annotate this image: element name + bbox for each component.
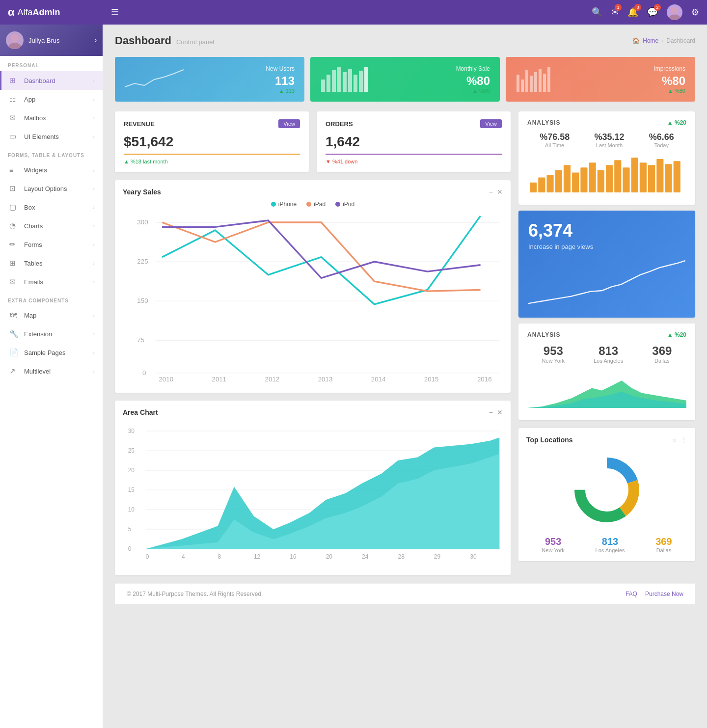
chevron-right-icon: › (93, 260, 95, 266)
area-minimize-button[interactable]: − (489, 408, 493, 416)
sidebar-item-multilevel[interactable]: ↗ Multilevel › (0, 362, 103, 380)
chevron-right-icon: › (93, 186, 95, 191)
sidebar-item-label: Extension (24, 330, 93, 338)
topnav-icons: 🔍 ✉ 1 🔔 3 💬 2 ⚙ (592, 4, 699, 20)
yearly-close-button[interactable]: ✕ (497, 188, 503, 196)
svg-rect-10 (354, 75, 357, 92)
revenue-view-button[interactable]: View (278, 119, 300, 128)
svg-text:24: 24 (362, 553, 369, 560)
svg-text:29: 29 (434, 553, 441, 560)
area-close-button[interactable]: ✕ (497, 408, 503, 416)
sidebar-item-label: Emails (24, 278, 93, 286)
analysis-stat-value: 953 (542, 344, 565, 358)
sidebar-item-mailbox[interactable]: ✉ Mailbox › (0, 108, 103, 127)
avatar[interactable] (667, 4, 682, 20)
bell-icon[interactable]: 🔔 3 (627, 7, 638, 18)
locations-circle-icon[interactable]: ○ (673, 436, 677, 444)
analysis-top-change: ▲ %20 (667, 119, 686, 126)
analysis-top-title: ANALYSIS (527, 119, 561, 126)
analysis-mountain-chart (527, 371, 686, 410)
sidebar-item-charts[interactable]: ◔ Charts › (0, 216, 103, 235)
section-title-forms: FORMS, TABLE & LAYOUTS (0, 146, 103, 161)
stat-card-value: %80 (456, 74, 490, 88)
stat-card-change: ▲ %80 (653, 88, 685, 94)
sidebar-item-sample-pages[interactable]: 📄 Sample Pages › (0, 343, 103, 362)
stat-card-monthly-sale: Monthly Sale %80 ▲ %80 (310, 57, 500, 102)
sidebar-item-layout[interactable]: ⊡ Layout Options › (0, 179, 103, 198)
bell-badge: 3 (634, 4, 641, 11)
svg-rect-17 (534, 72, 537, 92)
sidebar-item-box[interactable]: ▢ Box › (0, 198, 103, 216)
svg-text:10: 10 (128, 506, 135, 513)
extension-icon: 🔧 (9, 329, 19, 338)
svg-text:0: 0 (146, 553, 149, 560)
sidebar-item-label: UI Elements (24, 133, 93, 140)
sidebar-item-tables[interactable]: ⊞ Tables › (0, 254, 103, 272)
sidebar-item-map[interactable]: 🗺 Map › (0, 306, 103, 324)
orders-card-header: ORDERS View (326, 119, 502, 128)
settings-icon[interactable]: ⚙ (691, 7, 699, 18)
analysis-stat-today: %6.66 Today (649, 132, 674, 148)
area-chart-card: Area Chart − ✕ 30 25 20 15 10 5 (115, 401, 511, 575)
svg-rect-9 (348, 69, 352, 92)
analysis-stat-value: %35.12 (594, 132, 624, 142)
stat-card-change: ▲ 113 (266, 88, 295, 94)
hamburger-button[interactable]: ☰ (111, 7, 119, 18)
pageviews-card: 6,374 Increase in page views (518, 211, 695, 318)
sidebar-item-dashboard[interactable]: ⊞ Dashboard › (0, 71, 103, 90)
analysis-stat-value: %6.66 (649, 132, 674, 142)
donut-stats: 953 New York 813 Los Angeles 369 Dallas (526, 536, 687, 553)
sidebar-item-label: Forms (24, 241, 93, 248)
area-chart-header: Area Chart − ✕ (123, 408, 503, 416)
chat-icon[interactable]: 💬 2 (647, 7, 658, 18)
legend-label-ipod: iPod (343, 201, 354, 208)
analysis-top-stats: %76.58 All Time %35.12 Last Month %6.66 … (527, 132, 686, 148)
tables-icon: ⊞ (9, 259, 19, 268)
section-title-personal: PERSONAL (0, 56, 103, 71)
page-title: Dashboard (115, 34, 171, 47)
footer-faq-link[interactable]: FAQ (625, 591, 637, 597)
analysis-stat-value: 813 (594, 344, 623, 358)
chevron-right-icon: › (93, 242, 95, 247)
svg-rect-75 (640, 162, 647, 192)
donut-chart-container (526, 451, 687, 529)
breadcrumb-separator: › (661, 37, 663, 44)
analysis-stat-newyork: 953 New York (542, 344, 565, 364)
search-icon[interactable]: 🔍 (592, 7, 602, 18)
svg-rect-62 (530, 183, 537, 192)
sidebar-user[interactable]: Juliya Brus › (0, 25, 103, 56)
svg-text:16: 16 (290, 553, 297, 560)
mail-icon[interactable]: ✉ 1 (611, 7, 619, 18)
orders-view-button[interactable]: View (480, 119, 502, 128)
sidebar-item-widgets[interactable]: ≡ Widgets › (0, 161, 103, 179)
sidebar-item-emails[interactable]: ✉ Emails › (0, 272, 103, 291)
sidebar-item-app[interactable]: ⚏ App › (0, 90, 103, 108)
sidebar-item-ui-elements[interactable]: ▭ UI Elements › (0, 127, 103, 146)
sidebar-item-label: Sample Pages (24, 349, 93, 356)
locations-header: Top Locations ○ ⋮ (526, 436, 687, 444)
brand: α Alfa Admin (8, 6, 111, 19)
user-arrow-icon: › (95, 37, 97, 44)
svg-rect-63 (538, 178, 545, 192)
top-locations-card: Top Locations ○ ⋮ (518, 428, 695, 561)
sidebar-item-extension[interactable]: 🔧 Extension › (0, 324, 103, 343)
revenue-card: REVENUE View $51,642 ▲ %18 last month (115, 111, 309, 172)
yearly-minimize-button[interactable]: − (489, 188, 493, 196)
svg-text:225: 225 (137, 258, 148, 265)
svg-rect-16 (530, 76, 533, 92)
breadcrumb-home-link[interactable]: Home (643, 37, 658, 44)
ui-elements-icon: ▭ (9, 132, 19, 141)
sidebar-item-forms[interactable]: ✏ Forms › (0, 235, 103, 254)
analysis-bar-chart (527, 155, 686, 195)
stat-card-new-users: New Users 113 ▲ 113 (115, 57, 304, 102)
locations-menu-icon[interactable]: ⋮ (680, 436, 687, 444)
analysis-bottom-title: ANALYSIS (527, 331, 561, 338)
svg-text:4: 4 (182, 553, 185, 560)
orders-value: 1,642 (326, 134, 502, 150)
stat-card-info-new-users: New Users 113 ▲ 113 (266, 65, 295, 94)
footer-purchase-link[interactable]: Purchase Now (645, 591, 683, 597)
pageviews-number: 6,374 (528, 220, 685, 241)
analysis-stat-label: Los Angeles (594, 358, 623, 364)
stat-card-label: New Users (266, 65, 295, 72)
multilevel-icon: ↗ (9, 367, 19, 376)
